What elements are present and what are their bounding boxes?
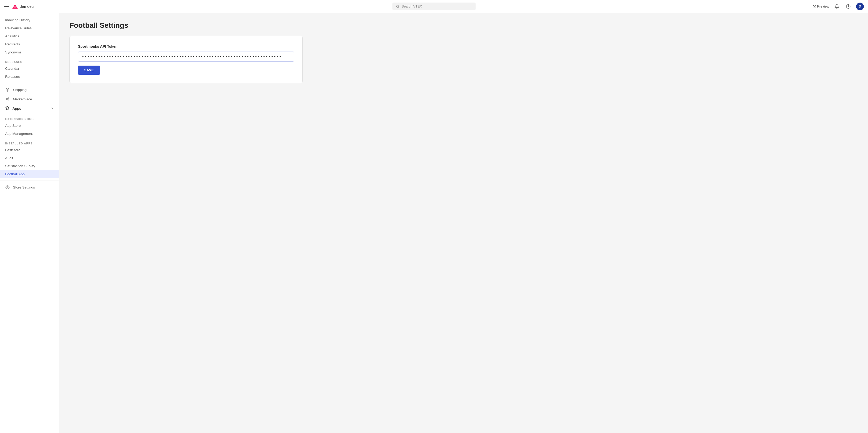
notifications-button[interactable] xyxy=(833,3,840,10)
main-content: Football Settings Sportmonks API Token S… xyxy=(59,13,868,433)
api-token-input[interactable] xyxy=(78,52,294,61)
vtex-logo-icon xyxy=(12,3,18,9)
store-name: demoeu xyxy=(20,4,34,8)
sidebar: Indexing History Relevance Rules Analyti… xyxy=(0,13,59,433)
box-icon xyxy=(5,87,10,92)
search-placeholder: Search VTEX xyxy=(402,4,422,8)
sidebar-item-satisfaction-survey[interactable]: Satisfaction Survey xyxy=(0,162,59,170)
help-button[interactable] xyxy=(845,3,852,10)
svg-line-4 xyxy=(814,5,816,6)
sidebar-item-synonyms[interactable]: Synonyms xyxy=(0,48,59,56)
header: demoeu Search VTEX Preview D xyxy=(0,0,868,13)
sidebar-item-store-settings-label: Store Settings xyxy=(13,185,35,189)
sidebar-item-apps[interactable]: Apps xyxy=(0,104,59,113)
svg-point-10 xyxy=(8,100,9,101)
sidebar-item-calendar[interactable]: Calendar xyxy=(0,64,59,73)
save-button[interactable]: SAVE xyxy=(78,66,100,75)
search-icon xyxy=(396,5,400,8)
sidebar-item-app-management[interactable]: App Management xyxy=(0,129,59,138)
sidebar-item-analytics[interactable]: Analytics xyxy=(0,32,59,40)
sidebar-divider-1 xyxy=(0,83,59,83)
sidebar-item-relevance-rules[interactable]: Relevance Rules xyxy=(0,24,59,32)
extensions-hub-label: EXTENSIONS HUB xyxy=(0,113,59,122)
help-icon xyxy=(846,4,850,9)
sidebar-divider-2 xyxy=(0,180,59,180)
sidebar-item-faststore[interactable]: FastStore xyxy=(0,146,59,154)
sidebar-item-marketplace[interactable]: Marketplace xyxy=(0,94,59,104)
sidebar-item-redirects[interactable]: Redirects xyxy=(0,40,59,48)
layers-icon xyxy=(5,106,9,111)
svg-line-12 xyxy=(7,98,8,99)
sidebar-item-store-settings[interactable]: Store Settings xyxy=(0,182,59,192)
gear-icon xyxy=(5,185,10,190)
chevron-up-icon xyxy=(50,106,54,111)
svg-marker-13 xyxy=(5,106,9,108)
releases-section-label: RELEASES xyxy=(0,56,59,64)
vtex-logo: demoeu xyxy=(12,3,34,9)
api-token-label: Sportmonks API Token xyxy=(78,44,294,49)
installed-apps-label: INSTALLED APPS xyxy=(0,138,59,146)
svg-line-3 xyxy=(399,7,399,8)
share-icon xyxy=(5,97,10,102)
sidebar-item-app-store[interactable]: App Store xyxy=(0,122,59,129)
sidebar-item-shipping[interactable]: Shipping xyxy=(0,85,59,94)
svg-point-9 xyxy=(6,98,7,99)
page-title: Football Settings xyxy=(69,21,858,30)
sidebar-item-indexing-history[interactable]: Indexing History xyxy=(0,16,59,24)
sidebar-item-audit[interactable]: Audit xyxy=(0,154,59,162)
preview-label: Preview xyxy=(817,4,829,8)
sidebar-item-marketplace-label: Marketplace xyxy=(13,97,32,101)
preview-link[interactable]: Preview xyxy=(812,4,829,8)
user-avatar[interactable]: D xyxy=(856,3,864,10)
svg-point-14 xyxy=(7,187,8,188)
layout: Indexing History Relevance Rules Analyti… xyxy=(0,13,868,433)
header-center: Search VTEX xyxy=(56,3,812,10)
sidebar-item-shipping-label: Shipping xyxy=(13,88,27,92)
sidebar-item-releases[interactable]: Releases xyxy=(0,73,59,81)
external-link-icon xyxy=(812,5,816,8)
header-left: demoeu xyxy=(4,3,56,9)
sidebar-item-apps-label: Apps xyxy=(12,107,21,111)
search-bar[interactable]: Search VTEX xyxy=(393,3,475,10)
svg-point-8 xyxy=(8,97,9,98)
menu-toggle-button[interactable] xyxy=(4,4,9,9)
settings-card: Sportmonks API Token SAVE xyxy=(69,36,303,83)
svg-point-2 xyxy=(397,5,399,7)
svg-line-11 xyxy=(7,99,8,100)
sidebar-item-football-app[interactable]: Football App xyxy=(0,170,59,178)
bell-icon xyxy=(835,4,839,9)
header-right: Preview D xyxy=(812,3,864,10)
